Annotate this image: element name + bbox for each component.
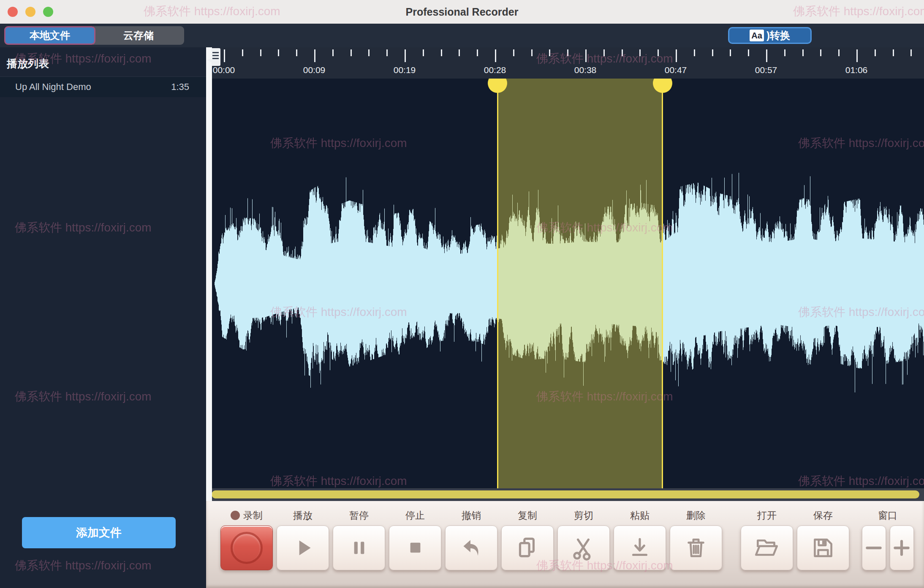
scrollbar-thumb[interactable] <box>212 490 919 498</box>
ruler-tick <box>260 49 261 56</box>
record-button[interactable] <box>220 525 273 570</box>
save-button[interactable] <box>797 525 849 570</box>
save-label: 保存 <box>813 505 833 525</box>
open-label: 打开 <box>757 505 777 525</box>
ruler-tick <box>386 49 388 56</box>
stop-label: 停止 <box>405 505 425 525</box>
track-duration: 1:35 <box>171 82 189 93</box>
trash-icon <box>682 534 710 562</box>
selection-region[interactable] <box>497 79 663 488</box>
ruler-tick <box>567 49 568 56</box>
ruler-tick <box>332 49 334 56</box>
top-toolbar: 本地文件 云存储 Aa )转换 <box>0 24 924 47</box>
ruler-tick <box>549 49 550 56</box>
ruler-tick <box>784 49 785 56</box>
pause-label: 暂停 <box>349 505 369 525</box>
zoom-out-button[interactable] <box>862 525 886 570</box>
ruler-tick <box>405 49 406 62</box>
waveform-display[interactable] <box>206 79 924 488</box>
window-label: 窗口 <box>878 505 897 525</box>
ruler-tick <box>368 49 370 56</box>
plus-icon <box>891 534 912 562</box>
track-name: Up All Night Demo <box>15 82 171 93</box>
ruler-tick <box>875 49 876 56</box>
ruler-tick <box>730 49 731 56</box>
record-label: 录制 <box>243 509 263 522</box>
paste-icon <box>626 534 654 562</box>
undo-button[interactable] <box>445 525 497 570</box>
zoom-in-button[interactable] <box>890 525 914 570</box>
pause-button[interactable] <box>333 525 385 570</box>
convert-button[interactable]: Aa )转换 <box>728 27 812 44</box>
floppy-save-icon <box>809 534 837 562</box>
ruler-tick <box>423 49 424 56</box>
play-button[interactable] <box>277 525 329 570</box>
stop-icon <box>401 534 429 562</box>
ruler-tick <box>838 49 840 56</box>
ruler-tick <box>495 49 496 62</box>
delete-button[interactable] <box>670 525 722 570</box>
undo-icon <box>457 534 485 562</box>
source-tabs: 本地文件 云存储 <box>4 26 184 45</box>
convert-button-label: )转换 <box>766 29 790 42</box>
ruler-tick <box>603 49 605 56</box>
copy-icon <box>514 534 541 562</box>
open-button[interactable] <box>741 525 793 570</box>
ruler-tick <box>441 49 442 56</box>
add-file-button[interactable]: 添加文件 <box>22 517 176 548</box>
folder-open-icon <box>753 534 781 562</box>
paste-button[interactable] <box>614 525 666 570</box>
titlebar: Professional Recorder <box>0 0 924 24</box>
window-title: Professional Recorder <box>0 0 924 24</box>
tab-local-files[interactable]: 本地文件 <box>4 26 95 45</box>
playlist-header: 播放列表 <box>0 47 206 77</box>
ruler-tick <box>513 49 514 56</box>
ruler-tick <box>531 49 533 56</box>
copy-button[interactable] <box>501 525 554 570</box>
waveform-scrollbar[interactable] <box>206 488 924 501</box>
ruler-tick <box>278 49 279 56</box>
left-gutter <box>206 47 212 501</box>
undo-label: 撤销 <box>462 505 481 525</box>
ruler-tick <box>694 49 695 56</box>
ruler-tick <box>802 49 804 56</box>
cut-label: 剪切 <box>574 505 593 525</box>
sidebar-spacer <box>0 97 206 517</box>
ruler-tick <box>314 49 315 62</box>
editor-main: 00:00 00:09 00:19 00:28 00:38 00:47 00:5… <box>206 47 924 588</box>
delete-label: 删除 <box>686 505 706 525</box>
ruler-time-label: 00:00 <box>213 65 235 75</box>
ruler-tick <box>639 49 641 56</box>
marker-grip-lines <box>212 52 219 53</box>
stop-button[interactable] <box>389 525 441 570</box>
ruler-tick <box>766 49 767 62</box>
ruler-tick <box>748 49 749 56</box>
ruler-tick <box>242 49 243 56</box>
ruler-tick <box>676 49 677 62</box>
ruler-tick <box>658 49 659 56</box>
ruler-tick <box>622 49 623 56</box>
ruler-tick <box>459 49 460 56</box>
ruler-tick <box>712 49 713 56</box>
ruler-tick <box>296 49 297 56</box>
minus-icon <box>863 534 884 562</box>
cut-button[interactable] <box>557 525 610 570</box>
ruler-tick <box>224 49 225 62</box>
record-icon <box>231 532 263 564</box>
ruler-time-label: 00:28 <box>484 65 506 75</box>
timeline-ruler[interactable]: 00:00 00:09 00:19 00:28 00:38 00:47 00:5… <box>206 47 924 79</box>
ruler-time-label: 01:06 <box>845 65 868 75</box>
ruler-tick <box>585 49 587 62</box>
playlist-item[interactable]: Up All Night Demo 1:35 <box>0 77 206 97</box>
transport-toolbar: 录制 播放 暂停 停止 <box>206 501 924 588</box>
play-label: 播放 <box>293 505 313 525</box>
ruler-time-label: 00:38 <box>574 65 597 75</box>
ruler-tick <box>893 49 894 56</box>
play-icon <box>289 534 317 562</box>
pause-icon <box>345 534 373 562</box>
text-convert-icon: Aa <box>750 30 764 41</box>
ruler-tick <box>820 49 821 56</box>
ruler-tick <box>910 49 912 56</box>
record-indicator-icon <box>231 511 240 520</box>
tab-cloud-storage[interactable]: 云存储 <box>93 26 184 45</box>
